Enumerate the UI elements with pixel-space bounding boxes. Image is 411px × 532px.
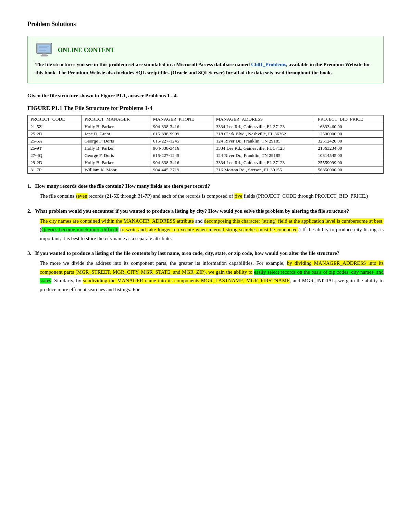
svg-rect-1: [38, 44, 51, 52]
table-row: 25-5AGeorge F. Dorts615-227-1245124 Rive…: [28, 138, 384, 145]
question-2-answer: The city names are contained within the …: [40, 217, 384, 243]
online-content-body: The file structures you see in this prob…: [35, 60, 376, 77]
question-1-answer: The file contains seven records (21-5Z t…: [40, 192, 384, 201]
q2-highlight-2: decomposing this character (string) fiel…: [204, 218, 384, 224]
figure-intro: Given the file structure shown in Figure…: [27, 93, 384, 99]
svg-rect-2: [42, 53, 46, 55]
table-row: 31-7PWilliam K. Moor904-445-2719216 Mort…: [28, 166, 384, 174]
col-header-project-bid-price: PROJECT_BID_PRICE: [315, 115, 383, 123]
svg-rect-3: [41, 55, 48, 56]
q2-highlight-4: to write and take longer to execute when…: [120, 227, 298, 232]
question-3-answer: The more we divide the address into its …: [40, 259, 384, 294]
question-2-block: 2. What problem would you encounter if y…: [27, 208, 384, 243]
q2-highlight-1: The city names are contained within the …: [40, 218, 194, 224]
col-header-manager-address: MANAGER_ADDRESS: [213, 115, 315, 123]
online-content-box: ONLINE CONTENT The file structures you s…: [27, 36, 384, 83]
question-3-label: 3. If you wanted to produce a listing of…: [27, 250, 384, 256]
table-row: 25-9THolly B. Parker904-338-34163334 Lee…: [28, 145, 384, 152]
table-row: 29-2DHolly B. Parker904-338-34163334 Lee…: [28, 159, 384, 166]
question-1-label: 1. How many records does the file contai…: [27, 183, 384, 189]
online-content-link[interactable]: Ch01_Problems: [251, 62, 286, 67]
table-row: 27-4QGeorge F. Dorts615-227-1245124 Rive…: [28, 152, 384, 159]
computer-icon: [35, 42, 53, 58]
question-2-label: 2. What problem would you encounter if y…: [27, 208, 384, 214]
table-row: 25-2DJane D. Grant615-898-9909218 Clark …: [28, 131, 384, 138]
highlight-seven: seven: [76, 193, 87, 199]
col-header-project-code: PROJECT_CODE: [28, 115, 82, 123]
online-content-header: ONLINE CONTENT: [35, 42, 376, 58]
q2-highlight-3: Queries become much more difficult: [41, 227, 119, 232]
highlight-five: five: [234, 193, 242, 199]
data-table: PROJECT_CODE PROJECT_MANAGER MANAGER_PHO…: [27, 115, 384, 174]
col-header-manager-phone: MANAGER_PHONE: [150, 115, 213, 123]
page-title: Problem Solutions: [27, 21, 384, 28]
online-content-title: ONLINE CONTENT: [58, 47, 114, 54]
question-3-block: 3. If you wanted to produce a listing of…: [27, 250, 384, 294]
col-header-project-manager: PROJECT_MANAGER: [82, 115, 150, 123]
table-row: 21-5ZHolly B. Parker904-338-34163334 Lee…: [28, 123, 384, 131]
q3-highlight-3: subdividing the MANAGER name into its co…: [83, 278, 289, 283]
question-1-block: 1. How many records does the file contai…: [27, 183, 384, 201]
figure-title: FIGURE P1.1 The File Structure for Probl…: [27, 105, 384, 112]
